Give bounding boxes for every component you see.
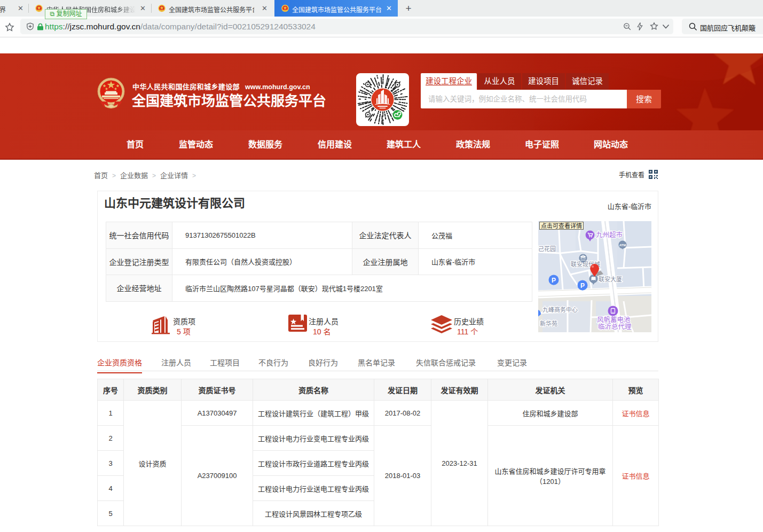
svg-text:新华苑: 新华苑 xyxy=(540,320,557,327)
svg-text:P: P xyxy=(552,277,556,284)
svg-text:临沂总代理: 临沂总代理 xyxy=(598,323,632,331)
svg-text:九峰商务中心: 九峰商务中心 xyxy=(542,306,578,313)
svg-text:己花园: 己花园 xyxy=(538,246,556,252)
svg-text:九州超市: 九州超市 xyxy=(596,231,623,239)
svg-text:联安大厦: 联安大厦 xyxy=(599,276,622,283)
svg-text:风帆蓄电池: 风帆蓄电池 xyxy=(597,316,631,324)
svg-text:P: P xyxy=(580,282,585,290)
svg-text:ATM: ATM xyxy=(619,244,626,247)
